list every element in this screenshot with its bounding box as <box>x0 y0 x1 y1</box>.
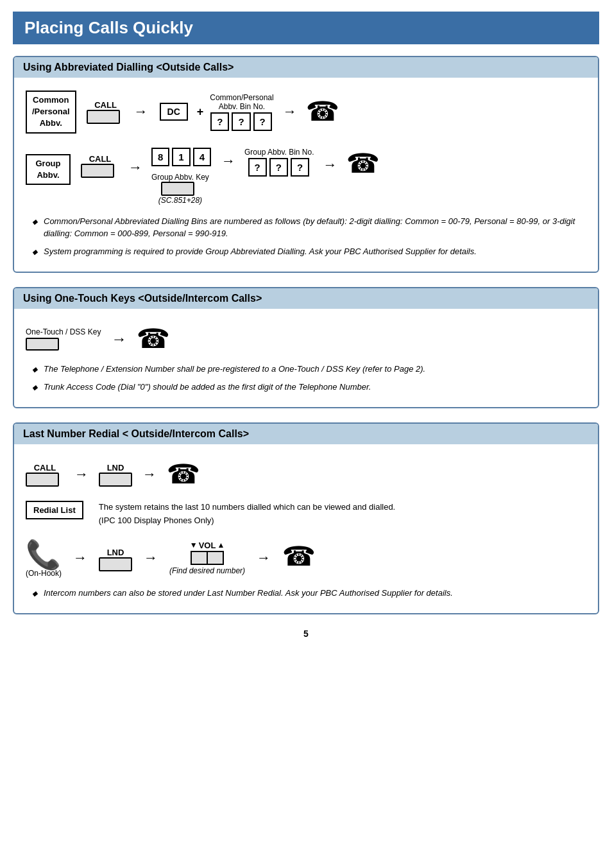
page-title: Placing Calls Quickly <box>13 12 599 44</box>
bullet-s2-2: Trunk Access Code (Dial "0") should be a… <box>32 381 580 394</box>
bullet-s2-1: The Telephone / Extension Number shall b… <box>32 363 580 376</box>
group-abbv-label: Group Abbv. <box>26 154 71 185</box>
lnd-label-s3-2: LND <box>107 548 124 557</box>
q-box-6: ? <box>291 158 309 177</box>
call-key-row1 <box>87 110 120 124</box>
arrow-5: → <box>323 157 337 173</box>
q-box-1: ? <box>210 112 229 131</box>
group-abbv-bin-label: Group Abbv. Bin No. <box>244 148 314 157</box>
lnd-key <box>99 473 132 487</box>
vol-label: VOL <box>199 541 216 550</box>
redial-list-box: Redial List <box>26 501 83 519</box>
section3-bullets: Intercom numbers can also be stored unde… <box>26 587 586 600</box>
arrow-s3-3: → <box>73 550 87 566</box>
redial-info: The system retains the last 10 numbers d… <box>99 501 395 528</box>
section1-header: Using Abbreviated Dialling <Outside Call… <box>14 57 598 78</box>
lnd-key-2 <box>99 557 132 571</box>
call-key-row2 <box>81 164 114 178</box>
arrow-1: → <box>134 103 148 120</box>
section-abbreviated-dialling: Using Abbreviated Dialling <Outside Call… <box>13 56 599 273</box>
section2-bullets: The Telephone / Extension Number shall b… <box>26 363 586 393</box>
group-abbv-key <box>161 182 194 196</box>
vol-key-right <box>207 551 224 565</box>
arrow-s3-5: → <box>257 550 271 566</box>
call-label-row2: CALL <box>89 154 112 164</box>
section-one-touch: Using One-Touch Keys <Outside/Intercom C… <box>13 287 599 408</box>
arrow-s3-4: → <box>144 550 158 566</box>
common-personal-label: Common /Personal Abbv. <box>26 91 76 134</box>
plus-sign: + <box>197 105 204 119</box>
arrow-2: → <box>283 103 297 120</box>
q-box-4: ? <box>248 158 267 177</box>
q-box-3: ? <box>253 112 272 131</box>
arrow-3: → <box>128 159 142 176</box>
bullet-1: Common/Personal Abbreviated Dialling Bin… <box>32 215 580 240</box>
q-box-5: ? <box>269 158 288 177</box>
find-desired-label: (Find desired number) <box>169 566 245 575</box>
vol-down-arrow: ▼ <box>190 541 198 550</box>
group-abbv-key-label: Group Abbv. Key <box>151 173 209 182</box>
arrow-s3-1: → <box>74 466 89 483</box>
on-hook-phone-icon: 📞 <box>26 541 61 569</box>
call-label-s3: CALL <box>34 463 56 473</box>
arrow-onetone: → <box>111 330 126 348</box>
bullet-s3-1: Intercom numbers can also be stored unde… <box>32 587 580 600</box>
abbv-bin-label: Common/Personal Abbv. Bin No. <box>210 93 273 111</box>
arrow-s3-2: → <box>142 466 157 483</box>
handset-icon-3: ☎ <box>137 326 170 352</box>
handset-icon-5: ☎ <box>282 543 316 570</box>
one-touch-key-label: One-Touch / DSS Key <box>26 327 101 336</box>
one-touch-key <box>26 338 59 351</box>
digit-1: 1 <box>172 148 190 166</box>
bullet-2: System programming is required to provid… <box>32 245 580 258</box>
q-box-2: ? <box>232 112 250 131</box>
on-hook-label: (On-Hook) <box>26 569 62 578</box>
page-number: 5 <box>13 629 599 639</box>
arrow-4: → <box>221 153 235 169</box>
handset-icon-2: ☎ <box>346 150 380 177</box>
handset-icon-1: ☎ <box>306 98 339 125</box>
section1-bullets: Common/Personal Abbreviated Dialling Bin… <box>26 215 586 258</box>
vol-up-arrow: ▲ <box>217 541 225 550</box>
lnd-label-s3: LND <box>107 463 124 473</box>
handset-icon-4: ☎ <box>167 461 200 488</box>
sc-note: (SC.851+28) <box>158 196 202 205</box>
section2-header: Using One-Touch Keys <Outside/Intercom C… <box>14 288 598 309</box>
section-last-number-redial: Last Number Redial < Outside/Intercom Ca… <box>13 422 599 614</box>
dc-box: DC <box>160 103 188 121</box>
section3-header: Last Number Redial < Outside/Intercom Ca… <box>14 424 598 444</box>
digit-4: 4 <box>193 148 211 166</box>
digit-8: 8 <box>151 148 169 166</box>
vol-key-left <box>191 551 207 565</box>
call-label-row1: CALL <box>94 100 117 110</box>
call-key-s3 <box>26 473 59 487</box>
